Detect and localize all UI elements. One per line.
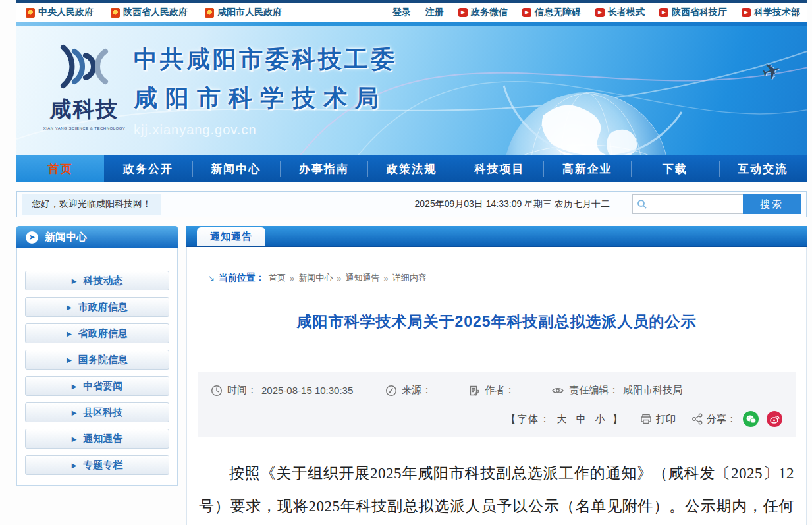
quick-link-label: 长者模式 [608, 7, 645, 18]
wechat-icon [746, 415, 756, 424]
sidebar-item-notices[interactable]: ▶通知通告 [25, 429, 169, 449]
tab-notices[interactable]: 通知通告 [197, 227, 265, 246]
share-wechat-button[interactable] [743, 411, 759, 427]
triangle-icon: ▶ [72, 277, 77, 285]
meta-divider [369, 385, 369, 396]
logo-subtitle: XIAN YANG SCIENCE & TECHNOLOGY [41, 126, 127, 130]
breadcrumb-home[interactable]: 首页 [269, 272, 286, 284]
meta-divider [452, 385, 452, 396]
sidebar-item-state-council-info[interactable]: ▶国务院信息 [25, 350, 169, 370]
sidebar-item-central-news[interactable]: ▶中省要闻 [25, 376, 169, 396]
share-weibo-button[interactable] [767, 411, 782, 427]
eye-icon [551, 385, 564, 397]
gov-link-label: 咸阳市人民政府 [217, 7, 282, 18]
nav-tech-projects[interactable]: 科技项目 [456, 155, 543, 182]
font-size-large[interactable]: 大 [556, 413, 568, 424]
breadcrumb-separator: » [290, 273, 294, 283]
triangle-icon: ▶ [72, 409, 77, 416]
breadcrumb-separator: » [384, 273, 389, 283]
link-xianyang-gov[interactable]: 咸阳市人民政府 [205, 7, 282, 18]
article-body-text: 按照《关于组织开展2025年咸阳市科技副总选派工作的通知》（咸科发〔2025〕1… [199, 457, 794, 525]
red-arrow-icon: ▶ [659, 8, 668, 17]
main-nav: 首页 政务公开 新闻中心 办事指南 政策法规 科技项目 高新企业 下载 互动交流 [16, 155, 807, 182]
link-shaanxi-st-dept[interactable]: ▶陕西省科技厅 [659, 7, 727, 18]
sidebar-item-label: 科技动态 [83, 275, 122, 287]
sidebar-item-city-gov-info[interactable]: ▶市政府信息 [25, 297, 169, 317]
nav-download[interactable]: 下载 [631, 155, 718, 182]
font-label-close: 】 [612, 413, 624, 424]
site-banner: 咸科技 XIAN YANG SCIENCE & TECHNOLOGY 中共咸阳市… [16, 26, 807, 155]
breadcrumb-notices[interactable]: 通知通告 [346, 272, 380, 284]
register-link[interactable]: 注册 [425, 7, 444, 18]
red-arrow-icon: ▶ [742, 8, 751, 17]
font-size-small[interactable]: 小 [595, 413, 607, 424]
meta-divider [535, 385, 535, 396]
link-shaanxi-gov[interactable]: 陕西省人民政府 [111, 7, 188, 18]
author-label: 作者： [485, 384, 514, 397]
link-accessibility[interactable]: ▶信息无障碍 [522, 7, 581, 18]
font-label-open: 【字体： [506, 413, 551, 424]
editor-value: 咸阳市科技局 [623, 384, 682, 397]
link-gov-wechat[interactable]: ▶政务微信 [458, 7, 508, 18]
share-control: 分享： [691, 413, 736, 426]
nav-news-center[interactable]: 新闻中心 [192, 155, 280, 182]
print-button[interactable]: 打印 [639, 413, 676, 426]
clock-icon [211, 385, 223, 397]
top-link-bar: 中央人民政府 陕西省人民政府 咸阳市人民政府 登录 注册 ▶政务微信 ▶信息无障… [16, 3, 807, 22]
sidebar-item-county-tech[interactable]: ▶县区科技 [25, 402, 169, 422]
share-label: 分享： [707, 413, 736, 426]
link-most[interactable]: ▶科学技术部 [742, 7, 800, 18]
site-logo[interactable]: 咸科技 XIAN YANG SCIENCE & TECHNOLOGY [41, 41, 127, 130]
nav-interaction[interactable]: 互动交流 [719, 155, 807, 182]
quick-link-label: 科学技术部 [754, 7, 800, 18]
link-elder-mode[interactable]: ▶长者模式 [595, 7, 645, 18]
nav-service-guide[interactable]: 办事指南 [280, 155, 367, 182]
top-right-links: 登录 注册 ▶政务微信 ▶信息无障碍 ▶长者模式 ▶陕西省科技厅 ▶科学技术部 [392, 7, 800, 18]
breadcrumb: ↘ 当前位置： 首页 » 新闻中心 » 通知通告 » 详细内容 [198, 247, 796, 284]
login-link[interactable]: 登录 [392, 7, 411, 18]
page: 中央人民政府 陕西省人民政府 咸阳市人民政府 登录 注册 ▶政务微信 ▶信息无障… [0, 0, 812, 525]
triangle-icon: ▶ [72, 435, 77, 443]
search-icon [637, 199, 647, 209]
gov-link-label: 陕西省人民政府 [123, 7, 188, 18]
document-edit-icon [468, 385, 480, 397]
national-emblem-icon [26, 8, 35, 18]
sidebar-item-label: 县区科技 [83, 406, 122, 419]
search-input[interactable] [632, 194, 743, 214]
sidebar-item-label: 国务院信息 [78, 354, 128, 366]
title-divider [198, 360, 796, 360]
gov-link-label: 中央人民政府 [38, 7, 94, 18]
org-title-line2: 咸阳市科学技术局 [134, 82, 397, 115]
sidebar: ➤ 新闻中心 ▶科技动态 ▶市政府信息 ▶省政府信息 ▶国务院信息 ▶中省要闻 … [16, 226, 178, 486]
org-title-line1: 中共咸阳市委科技工委 [134, 43, 397, 76]
content-area: 通知通告 ↘ 当前位置： 首页 » 新闻中心 » 通知通告 » 详细内容 咸阳市… [186, 226, 807, 525]
blue-strip [16, 22, 807, 26]
article-title: 咸阳市科学技术局关于2025年科技副总拟选派人员的公示 [198, 312, 796, 332]
nav-hightech-enterprise[interactable]: 高新企业 [543, 155, 631, 182]
article-meta-box: 时间： 2025-08-15 10:30:35 来源： [198, 372, 796, 437]
quick-link-label: 政务微信 [471, 7, 508, 18]
logo-text: 咸科技 [41, 95, 127, 124]
sidebar-item-tech-news[interactable]: ▶科技动态 [25, 271, 169, 290]
sidebar-header: ➤ 新闻中心 [16, 226, 178, 248]
source-label: 来源： [402, 384, 431, 397]
article-panel: ↘ 当前位置： 首页 » 新闻中心 » 通知通告 » 详细内容 咸阳市科学技术局… [186, 247, 807, 525]
breadcrumb-news-center[interactable]: 新闻中心 [298, 272, 333, 284]
meta-source: 来源： [385, 384, 436, 397]
national-emblem-icon [205, 8, 214, 18]
link-central-gov[interactable]: 中央人民政府 [26, 7, 94, 18]
sidebar-item-province-gov-info[interactable]: ▶省政府信息 [25, 323, 169, 343]
sidebar-item-special-columns[interactable]: ▶专题专栏 [25, 455, 169, 475]
font-size-medium[interactable]: 中 [576, 413, 587, 424]
nav-gov-info[interactable]: 政务公开 [104, 155, 192, 182]
info-bar: 您好，欢迎光临咸阳科技网！ 2025年09月03日 14:33:09 星期三 农… [16, 191, 807, 217]
nav-home[interactable]: 首页 [16, 155, 104, 182]
datetime-text: 2025年09月03日 14:33:09 星期三 农历七月十二 [415, 198, 610, 210]
meta-author: 作者： [468, 384, 519, 397]
search-button[interactable]: 搜索 [743, 194, 801, 214]
nav-policy[interactable]: 政策法规 [367, 155, 455, 182]
quick-link-label: 陕西省科技厅 [672, 7, 727, 18]
red-arrow-icon: ▶ [595, 8, 605, 17]
content-tab-bar: 通知通告 [186, 226, 807, 247]
sidebar-item-label: 市政府信息 [78, 301, 128, 314]
